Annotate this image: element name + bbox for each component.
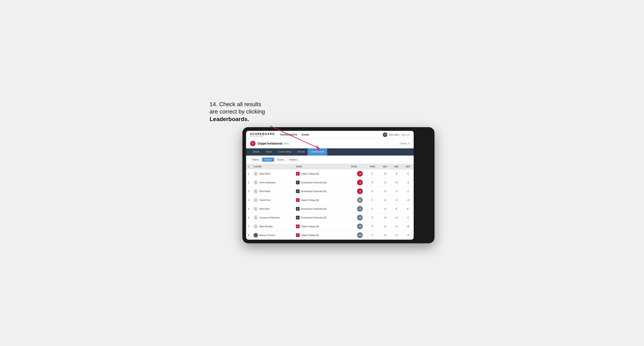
team-cell: S Scoreboard University [A] bbox=[294, 178, 342, 187]
player-name: Blair McHarg bbox=[260, 225, 273, 228]
svg-point-8 bbox=[255, 225, 256, 226]
tab-details[interactable]: Details bbox=[250, 148, 263, 156]
team-name: Clippd College [A] bbox=[301, 199, 319, 201]
team-logo: S bbox=[296, 216, 300, 219]
tab-course-setup[interactable]: Course Setup bbox=[275, 148, 294, 156]
user-area: TU Test User | Sign out bbox=[383, 133, 410, 137]
player-cell: David Ford bbox=[252, 196, 294, 204]
rank-cell: 3 bbox=[246, 187, 252, 196]
player-cell: Rich Butler bbox=[252, 187, 294, 196]
thru-cell: F bbox=[366, 213, 379, 222]
app-header: SCOREBOARD Powered by clippd TOURNAMENTS… bbox=[246, 131, 414, 139]
svg-point-5 bbox=[255, 199, 256, 200]
svg-point-7 bbox=[255, 217, 256, 218]
rd2-cell: +1 bbox=[391, 222, 402, 231]
rd3-cell: E bbox=[402, 204, 414, 213]
rd2-cell: -2 bbox=[391, 187, 402, 196]
rd3-cell: -5 bbox=[402, 170, 414, 178]
player-name: Rich Butler bbox=[260, 190, 270, 192]
team-name: Clippd College [A] bbox=[301, 225, 319, 228]
player-avatar bbox=[254, 189, 258, 193]
app-logo-sub: Powered by clippd bbox=[250, 135, 275, 137]
rd1-cell: +2 bbox=[379, 222, 391, 231]
total-cell: -2 bbox=[342, 187, 366, 196]
instruction-block: 14. Check all results are correct by cli… bbox=[210, 101, 265, 123]
table-body: 1 Elliot Ebert C Clippd College [A] -8 F… bbox=[246, 170, 414, 240]
team-logo: C bbox=[296, 233, 300, 237]
nav-tournaments[interactable]: TOURNAMENTS bbox=[280, 133, 297, 137]
nav-teams[interactable]: TEAMS bbox=[301, 133, 309, 137]
col-total: TOTAL bbox=[342, 164, 366, 170]
tab-teams[interactable]: Teams bbox=[263, 148, 275, 156]
rd2-cell: -4 bbox=[391, 196, 402, 204]
rank-cell: 6 bbox=[246, 213, 252, 222]
rd2-cell: +5 bbox=[391, 178, 402, 187]
team-name: Clippd College [A] bbox=[301, 173, 319, 175]
tournament-title: Clippd Invitational bbox=[258, 142, 282, 145]
rank-cell: 7 bbox=[246, 222, 252, 231]
filter-teams[interactable]: Teams bbox=[250, 158, 261, 162]
sign-out-link[interactable]: Sign out bbox=[401, 134, 409, 136]
team-cell: C Clippd College [A] bbox=[294, 196, 342, 204]
team-name: Scoreboard University [A] bbox=[301, 208, 326, 210]
filter-scores[interactable]: Scores bbox=[275, 158, 286, 162]
total-badge: +1 bbox=[357, 206, 363, 212]
tablet-frame: SCOREBOARD Powered by clippd TOURNAMENTS… bbox=[242, 127, 434, 243]
tab-results[interactable]: Results bbox=[294, 148, 308, 156]
user-label: Test User | bbox=[389, 134, 400, 136]
rank-cell: 1 bbox=[246, 170, 252, 178]
col-rd3: RD3 bbox=[402, 164, 414, 170]
player-name: Cameron Robertson bbox=[260, 216, 280, 219]
total-badge: -4 bbox=[357, 180, 363, 185]
team-cell: C Clippd College [A] bbox=[294, 231, 342, 240]
player-avatar bbox=[254, 224, 258, 229]
col-thru: THRU bbox=[366, 164, 379, 170]
rd3-cell: +2 bbox=[402, 231, 414, 240]
page-wrapper: 14. Check all results are correct by cli… bbox=[210, 103, 434, 243]
total-badge: E bbox=[357, 197, 363, 203]
thru-cell: F bbox=[366, 178, 379, 187]
total-cell: -8 bbox=[342, 170, 366, 178]
team-logo: C bbox=[296, 198, 300, 202]
tablet-screen: SCOREBOARD Powered by clippd TOURNAMENTS… bbox=[246, 131, 414, 240]
cancel-button[interactable]: Cancel ✕ bbox=[400, 142, 409, 145]
table-row: 8 Marcus Turners C Clippd College [A] +1… bbox=[246, 231, 414, 240]
instruction-line1: 14. Check all results bbox=[210, 101, 261, 107]
player-avatar bbox=[254, 233, 258, 237]
total-badge: +9 bbox=[357, 223, 363, 229]
table-row: 3 Rich Butler S Scoreboard University [A… bbox=[246, 187, 414, 196]
filter-bar: Teams Players Scores Strokes bbox=[246, 156, 414, 164]
col-team: TEAM bbox=[294, 164, 342, 170]
team-name: Clippd College [A] bbox=[301, 234, 319, 236]
tab-navigation: Details Teams Course Setup Results Leade… bbox=[246, 148, 414, 156]
cancel-icon: ✕ bbox=[408, 142, 410, 145]
total-cell: +6 bbox=[342, 213, 366, 222]
rank-cell: 5 bbox=[246, 204, 252, 213]
table-row: 5 Rees Britt S Scoreboard University [A]… bbox=[246, 204, 414, 213]
tab-leaderboards[interactable]: Leaderboards bbox=[308, 148, 327, 156]
tournament-logo: C bbox=[250, 141, 256, 146]
svg-point-6 bbox=[255, 208, 256, 209]
team-logo: C bbox=[296, 224, 300, 228]
rd2-cell: -6 bbox=[391, 170, 402, 178]
filter-strokes[interactable]: Strokes bbox=[287, 158, 299, 162]
rd1-cell: +2 bbox=[379, 231, 391, 240]
team-name: Scoreboard University [A] bbox=[301, 181, 326, 184]
team-cell: S Scoreboard University [A] bbox=[294, 204, 342, 213]
thru-cell: F bbox=[366, 222, 379, 231]
table-row: 1 Elliot Ebert C Clippd College [A] -8 F… bbox=[246, 170, 414, 178]
svg-point-3 bbox=[255, 181, 256, 182]
col-rd2: RD2 bbox=[391, 164, 402, 170]
rd1-cell: +3 bbox=[379, 170, 391, 178]
rd1-cell: +1 bbox=[379, 187, 391, 196]
table-row: 4 David Ford C Clippd College [A] E F +1… bbox=[246, 196, 414, 204]
user-avatar: TU bbox=[383, 133, 387, 137]
thru-cell: F bbox=[366, 231, 379, 240]
rank-cell: 8 bbox=[246, 231, 252, 240]
instruction-line2: are correct by clicking bbox=[210, 108, 265, 115]
filter-players[interactable]: Players bbox=[262, 158, 274, 162]
rd1-cell: -5 bbox=[379, 178, 391, 187]
player-avatar bbox=[254, 172, 258, 176]
team-cell: C Clippd College [A] bbox=[294, 222, 342, 231]
total-cell: -4 bbox=[342, 178, 366, 187]
